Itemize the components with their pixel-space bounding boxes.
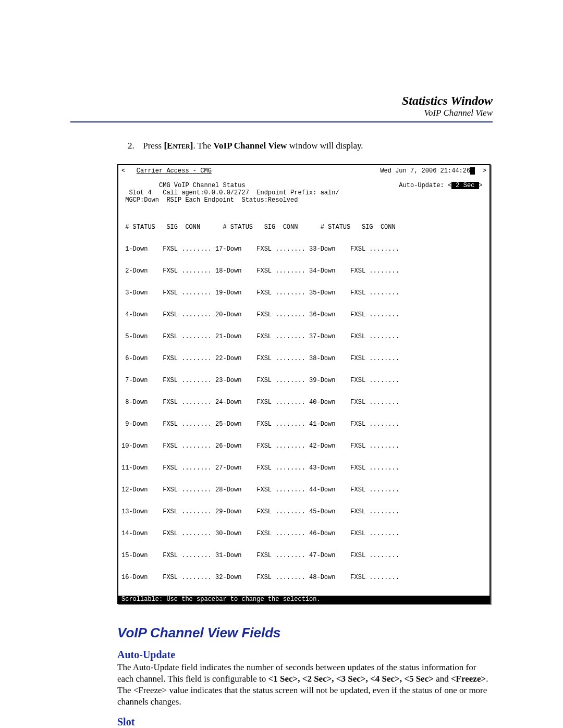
table-row: 11-Down FXSL ........ 27-Down FXSL .....… [121,464,486,472]
text-bold: <Freeze> [451,674,486,684]
field-slot: Slot The Slot field indicates the Adit 6… [117,716,493,728]
instruction-step: 2. Press [Enter]. The VoIP Channel View … [128,141,493,151]
header-subtitle: VoIP Channel View [70,108,493,118]
field-auto-update: Auto-Update The Auto-Update field indica… [117,649,493,708]
header-rule [70,121,493,122]
table-row: 10-Down FXSL ........ 26-Down FXSL .....… [121,442,486,450]
auto-update-value[interactable]: 2 Sec [451,182,479,189]
slot-line: Slot 4 Call agent:0.0.0.0/2727 Endpoint … [121,189,486,196]
table-row: 2-Down FXSL ........ 18-Down FXSL ......… [121,267,486,275]
terminal-app-title: Carrier Access - CMG [137,167,212,175]
step-number: 2. [128,141,141,151]
table-row: 4-Down FXSL ........ 20-Down FXSL ......… [121,311,486,318]
table-row: 16-Down FXSL ........ 32-Down FXSL .....… [121,574,486,581]
table-row: 15-Down FXSL ........ 31-Down FXSL .....… [121,552,486,559]
text-span: and [434,674,451,684]
auto-update-close: > [479,182,483,189]
terminal-window: < Carrier Access - CMG Wed Jun 7, 2006 2… [117,164,491,604]
table-row: 6-Down FXSL ........ 22-Down FXSL ......… [121,355,486,362]
field-text: The Auto-Update field indicates the numb… [117,662,493,708]
table-row: 9-Down FXSL ........ 25-Down FXSL ......… [121,421,486,428]
auto-update-label: Auto-Update: < [399,182,451,189]
terminal-footer: Scrollable: Use the spacebar to change t… [118,596,489,603]
terminal-status-title: CMG VoIP Channel Status [159,182,246,189]
header-title: Statistics Window [70,94,493,108]
table-row: 1-Down FXSL ........ 17-Down FXSL ......… [121,245,486,253]
cursor-icon [470,167,475,175]
table-row: 13-Down FXSL ........ 29-Down FXSL .....… [121,508,486,515]
table-row: 7-Down FXSL ........ 23-Down FXSL ......… [121,377,486,384]
table-row: 3-Down FXSL ........ 19-Down FXSL ......… [121,289,486,297]
table-row: 5-Down FXSL ........ 21-Down FXSL ......… [121,333,486,340]
text-bold: <1 Sec>, <2 Sec>, <3 Sec>, <4 Sec>, <5 S… [268,674,434,684]
instruction-prefix: Press [143,141,164,151]
terminal-right-arrow: > [483,167,486,175]
mgcp-line: MGCP:Down RSIP Each Endpoint Status:Reso… [121,196,486,204]
field-heading: Slot [117,716,493,728]
section-title: VoIP Channel View Fields [117,625,493,641]
page-header: Statistics Window VoIP Channel View [70,94,493,118]
field-heading: Auto-Update [117,649,493,661]
terminal-datetime: Wed Jun 7, 2006 21:44:26 [380,167,470,175]
table-row: 12-Down FXSL ........ 28-Down FXSL .....… [121,486,486,493]
table-header: # STATUS SIG CONN # STATUS SIG CONN # ST… [121,224,486,231]
table-row: 8-Down FXSL ........ 24-Down FXSL ......… [121,399,486,406]
table-row: 14-Down FXSL ........ 30-Down FXSL .....… [121,530,486,537]
window-name: VoIP Channel View [213,141,287,151]
instruction-middle: . The [193,141,213,151]
terminal-left-arrow: < [121,167,125,175]
key-enter: [Enter] [164,141,193,151]
instruction-suffix: window will display. [287,141,363,151]
